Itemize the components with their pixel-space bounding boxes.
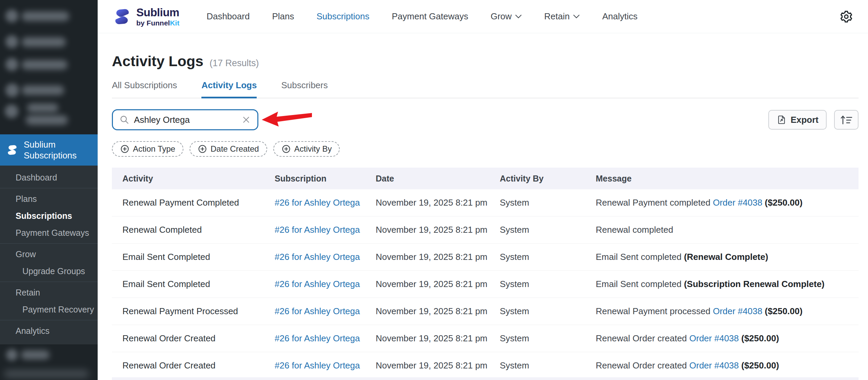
tab-subscribers[interactable]: Subscribers: [281, 80, 328, 98]
sidebar-item-retain[interactable]: Retain: [0, 284, 98, 301]
message-text: Email Sent completed: [596, 279, 684, 289]
activity-logs-table: ActivitySubscriptionDateActivity ByMessa…: [112, 168, 859, 379]
toolbar-row: Export: [112, 109, 859, 130]
cell-activity-by: System: [500, 197, 596, 208]
message-text: Renewal Payment completed: [596, 197, 713, 208]
red-arrow-annotation-icon: [261, 111, 312, 129]
sidebar-item-payment-gateways[interactable]: Payment Gateways: [0, 224, 98, 241]
message-bold-text: ($250.00): [739, 360, 779, 370]
subscription-link[interactable]: #26 for Ashley Ortega: [275, 197, 360, 208]
sublium-icon: [6, 144, 18, 156]
column-header-activity-by: Activity By: [500, 174, 596, 184]
filter-chip-date-created[interactable]: Date Created: [190, 141, 267, 157]
cell-date: November 19, 2025 8:21 pm: [376, 306, 500, 317]
sidebar-item-sublium-subscriptions[interactable]: Sublium Subscriptions: [0, 134, 98, 166]
redacted-menu-icon: [5, 83, 19, 97]
filter-chips-row: Action TypeDate CreatedActivity By: [112, 141, 859, 157]
sidebar-item-upgrade-groups[interactable]: Upgrade Groups: [0, 263, 98, 280]
logo-byline: by FunnelKit: [136, 19, 179, 26]
cell-subscription: #26 for Ashley Ortega: [275, 306, 376, 317]
add-filter-icon: [198, 144, 207, 154]
cell-activity: Renewal Order Created: [122, 333, 275, 344]
nav-dashboard[interactable]: Dashboard: [206, 11, 250, 22]
message-bold-text: ($250.00): [762, 306, 803, 316]
nav-label: Analytics: [602, 11, 637, 22]
redacted-menu-item[interactable]: [0, 81, 98, 98]
nav-label: Retain: [544, 11, 570, 22]
search-input[interactable]: [134, 115, 237, 125]
redacted-menu-item[interactable]: [0, 34, 98, 50]
subscription-link[interactable]: #26 for Ashley Ortega: [275, 225, 360, 235]
add-filter-icon: [281, 144, 291, 154]
page-title-row: Activity Logs (17 Results): [112, 52, 859, 70]
clear-search-icon[interactable]: [242, 115, 251, 124]
cell-activity: Renewal Payment Processed: [122, 306, 275, 317]
filter-chip-label: Date Created: [211, 144, 259, 154]
subscription-link[interactable]: #26 for Ashley Ortega: [275, 279, 360, 289]
activity-logs-page: Activity Logs (17 Results) All Subscript…: [98, 33, 868, 380]
nav-label: Dashboard: [206, 11, 250, 22]
column-header-subscription: Subscription: [275, 174, 376, 184]
page-title: Activity Logs: [112, 52, 203, 70]
cell-message: Renewal Payment completed Order #4038 ($…: [596, 197, 848, 208]
order-link[interactable]: Order #4038: [713, 306, 762, 316]
cell-activity-by: System: [500, 279, 596, 289]
sort-icon: [840, 115, 852, 125]
nav-subscriptions[interactable]: Subscriptions: [316, 11, 369, 22]
cell-subscription: #26 for Ashley Ortega: [275, 279, 376, 289]
message-bold-text: (Renewal Complete): [684, 252, 768, 262]
subscription-link[interactable]: #26 for Ashley Ortega: [275, 360, 360, 370]
cell-activity: Renewal Completed: [122, 225, 275, 235]
cell-message: Renewal Order created Order #4038 ($250.…: [596, 333, 848, 344]
redacted-menu-item[interactable]: [0, 9, 98, 24]
sidebar-item-grow[interactable]: Grow: [0, 246, 98, 263]
sidebar-item-dashboard[interactable]: Dashboard: [0, 169, 98, 186]
cell-subscription: #26 for Ashley Ortega: [275, 225, 376, 235]
filter-chip-activity-by[interactable]: Activity By: [273, 141, 340, 157]
tab-all-subscriptions[interactable]: All Subscriptions: [112, 80, 177, 98]
redacted-menu-label: [22, 60, 67, 70]
order-link[interactable]: Order #4038: [689, 360, 739, 370]
subscription-link[interactable]: #26 for Ashley Ortega: [275, 333, 360, 343]
nav-payment-gateways[interactable]: Payment Gateways: [392, 11, 468, 22]
cell-subscription: #26 for Ashley Ortega: [275, 197, 376, 208]
sort-button[interactable]: [834, 110, 859, 130]
sidebar-item-plans[interactable]: Plans: [0, 190, 98, 207]
subscription-link[interactable]: #26 for Ashley Ortega: [275, 306, 360, 316]
nav-analytics[interactable]: Analytics: [602, 11, 637, 22]
settings-gear-icon[interactable]: [840, 10, 853, 23]
tab-activity-logs[interactable]: Activity Logs: [201, 80, 257, 98]
column-header-activity: Activity: [122, 174, 275, 184]
sidebar-item-subscriptions[interactable]: Subscriptions: [0, 207, 98, 224]
cell-activity: Renewal Payment Completed: [122, 197, 275, 208]
cell-message: Renewal completed: [596, 225, 848, 235]
search-box[interactable]: [112, 109, 258, 130]
sidebar-item-analytics[interactable]: Analytics: [0, 322, 98, 339]
results-count: (17 Results): [210, 58, 259, 69]
nav-plans[interactable]: Plans: [272, 11, 294, 22]
table-row: Renewal Order Created#26 for Ashley Orte…: [112, 325, 859, 352]
redacted-menu-label: [21, 350, 50, 359]
cell-activity: Email Sent Completed: [122, 252, 275, 262]
table-row: Email Sent Completed#26 for Ashley Orteg…: [112, 271, 859, 298]
sidebar-item-payment-recovery[interactable]: Payment Recovery: [0, 301, 98, 318]
nav-grow[interactable]: Grow: [491, 11, 522, 22]
filter-chip-action-type[interactable]: Action Type: [112, 141, 183, 157]
subscription-link[interactable]: #26 for Ashley Ortega: [275, 252, 360, 262]
redacted-menu-label: [27, 103, 58, 112]
order-link[interactable]: Order #4038: [713, 197, 762, 208]
redacted-menu-icon: [5, 35, 18, 48]
column-header-message: Message: [596, 174, 848, 184]
nav-label: Grow: [491, 11, 512, 22]
cell-activity: Email Sent Completed: [122, 279, 275, 289]
export-button[interactable]: Export: [768, 110, 827, 130]
cell-activity-by: System: [500, 360, 596, 371]
order-link[interactable]: Order #4038: [689, 333, 739, 343]
sidebar-divider: [0, 282, 98, 282]
filter-chip-label: Action Type: [133, 144, 175, 154]
redacted-menu-item[interactable]: [0, 57, 98, 72]
nav-label: Payment Gateways: [392, 11, 468, 22]
redacted-menu-label: [22, 12, 69, 21]
redacted-menu-item[interactable]: [0, 102, 98, 129]
nav-retain[interactable]: Retain: [544, 11, 580, 22]
